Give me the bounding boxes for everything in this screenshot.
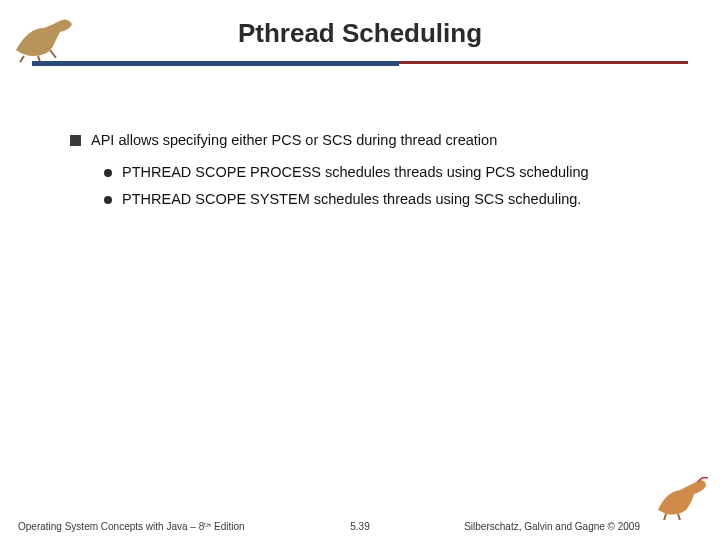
round-bullet-icon xyxy=(104,169,112,177)
slide-content: API allows specifying either PCS or SCS … xyxy=(0,72,720,209)
footer-page-number: 5.39 xyxy=(350,521,369,532)
bullet-text: PTHREAD SCOPE PROCESS schedules threads … xyxy=(122,164,589,182)
slide-footer: Operating System Concepts with Java – 8ᵗ… xyxy=(0,521,720,532)
bullet-level2: PTHREAD SCOPE PROCESS schedules threads … xyxy=(104,164,650,182)
bullet-text: API allows specifying either PCS or SCS … xyxy=(91,132,497,150)
footer-book-title: Operating System Concepts with Java – 8ᵗ… xyxy=(18,521,245,532)
dinosaur-standing-icon xyxy=(652,474,712,520)
bullet-level1: API allows specifying either PCS or SCS … xyxy=(70,132,650,150)
bullet-text: PTHREAD SCOPE SYSTEM schedules threads u… xyxy=(122,191,581,209)
slide-header: Pthread Scheduling xyxy=(0,0,720,72)
square-bullet-icon xyxy=(70,135,81,146)
footer-authors: Silberschatz, Galvin and Gagne © 2009 xyxy=(464,521,702,532)
bullet-level2: PTHREAD SCOPE SYSTEM schedules threads u… xyxy=(104,191,650,209)
title-underline xyxy=(32,61,688,66)
round-bullet-icon xyxy=(104,196,112,204)
slide-title: Pthread Scheduling xyxy=(0,18,720,49)
